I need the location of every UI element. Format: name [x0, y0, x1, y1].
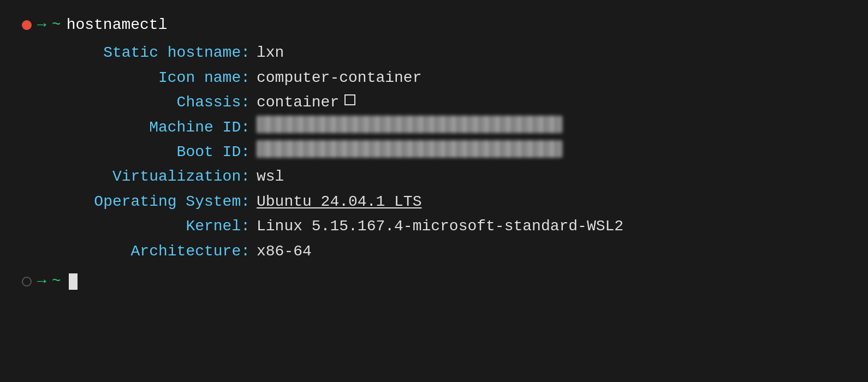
prompt-arrow-icon: → — [37, 13, 46, 37]
static-hostname-label: Static hostname: — [27, 41, 257, 64]
chassis-row: Chassis: container — [27, 91, 846, 114]
chassis-label: Chassis: — [27, 91, 257, 114]
cursor-block — [69, 273, 78, 290]
hostnamectl-output: Static hostname: lxn Icon name: computer… — [27, 41, 846, 263]
icon-name-label: Icon name: — [27, 66, 257, 89]
bottom-prompt-arrow-icon: → — [37, 270, 46, 293]
boot-id-label: Boot ID: — [27, 140, 257, 164]
kernel-value: Linux 5.15.167.4-microsoft-standard-WSL2 — [257, 214, 623, 238]
chassis-value: container — [257, 91, 339, 114]
kernel-row: Kernel: Linux 5.15.167.4-microsoft-stand… — [27, 214, 846, 238]
machine-id-value — [257, 116, 562, 133]
prompt-command: hostnamectl — [67, 13, 168, 37]
empty-dot-icon — [22, 277, 32, 286]
static-hostname-row: Static hostname: lxn — [27, 41, 846, 64]
virtualization-label: Virtualization: — [27, 165, 257, 188]
bottom-prompt-line: → ~ — [22, 270, 846, 293]
icon-name-value: computer-container — [257, 66, 421, 89]
architecture-value: x86-64 — [257, 240, 312, 263]
virtualization-value: wsl — [257, 165, 284, 188]
operating-system-row: Operating System: Ubuntu 24.04.1 LTS — [27, 190, 846, 213]
boot-id-row: Boot ID: — [27, 140, 846, 164]
boot-id-value — [257, 140, 562, 158]
red-dot-icon — [22, 20, 32, 30]
top-prompt-line: → ~ hostnamectl — [22, 13, 846, 37]
chassis-icon — [344, 94, 355, 105]
operating-system-label: Operating System: — [27, 190, 257, 213]
prompt-tilde: ~ — [52, 13, 61, 37]
machine-id-label: Machine ID: — [27, 116, 257, 139]
kernel-label: Kernel: — [27, 214, 257, 238]
architecture-row: Architecture: x86-64 — [27, 240, 846, 263]
bottom-prompt-tilde: ~ — [52, 270, 61, 293]
operating-system-value: Ubuntu 24.04.1 LTS — [257, 190, 421, 213]
terminal-window: → ~ hostnamectl Static hostname: lxn Ico… — [0, 0, 868, 382]
architecture-label: Architecture: — [27, 240, 257, 263]
virtualization-row: Virtualization: wsl — [27, 165, 846, 188]
static-hostname-value: lxn — [257, 41, 284, 64]
icon-name-row: Icon name: computer-container — [27, 66, 846, 89]
machine-id-row: Machine ID: — [27, 116, 846, 139]
